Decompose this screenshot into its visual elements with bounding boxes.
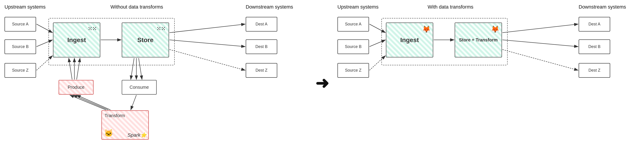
svg-line-17 [70, 95, 106, 110]
ingest-store-container [48, 18, 175, 65]
dest-b-right: Dest B [579, 39, 610, 54]
spark-emoji: 🐱 [104, 129, 113, 137]
svg-line-7 [170, 40, 245, 47]
downstream-label-right: Downstream systems [579, 4, 626, 10]
transform-label: Transform [104, 113, 125, 118]
transform-box: Transform 🐱 Spark⭐ [102, 110, 149, 140]
produce-box: Produce [58, 80, 94, 95]
dest-b-left: Dest B [246, 39, 277, 54]
source-a-left: Source A [4, 17, 36, 31]
svg-line-16 [73, 95, 108, 110]
main-container: Upstream systems Without data transforms… [0, 0, 644, 166]
svg-line-25 [502, 40, 578, 47]
upstream-label-right: Upstream systems [338, 4, 378, 10]
svg-line-24 [502, 24, 578, 33]
dest-a-right: Dest A [579, 17, 610, 31]
svg-line-6 [170, 24, 245, 33]
upstream-label-left: Upstream systems [4, 4, 46, 10]
consume-box: Consume [122, 80, 157, 95]
diagram-left: Upstream systems Without data transforms… [0, 0, 311, 166]
svg-line-26 [502, 50, 578, 70]
svg-line-8 [170, 50, 245, 70]
dest-z-left: Dest Z [246, 63, 277, 78]
source-z-left: Source Z [4, 63, 36, 78]
svg-line-15 [77, 95, 110, 110]
diagram2-title: With data transforms [428, 4, 473, 10]
downstream-label-left: Downstream systems [246, 4, 293, 10]
source-b-right: Source B [338, 39, 369, 54]
ingest-store-container-right [382, 18, 508, 65]
source-b-left: Source B [4, 39, 36, 54]
transition-divider: ➜ [311, 0, 333, 166]
svg-line-18 [131, 95, 136, 110]
source-z-right: Source Z [338, 63, 369, 78]
source-a-right: Source A [338, 17, 369, 31]
diagram-right: Upstream systems With data transforms Do… [333, 0, 644, 166]
transition-arrow: ➜ [315, 75, 329, 91]
dest-a-left: Dest A [246, 17, 277, 31]
spark-label: Spark⭐ [128, 132, 146, 138]
diagram1-title: Without data transforms [110, 4, 163, 10]
dest-z-right: Dest Z [579, 63, 610, 78]
